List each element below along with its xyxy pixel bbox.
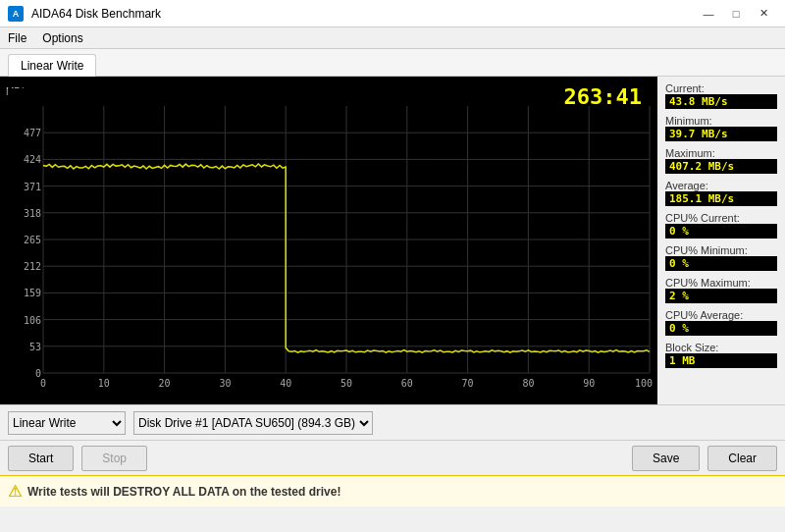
- app-icon: A: [8, 6, 24, 22]
- stat-cpu-average-label: CPU% Average:: [665, 309, 777, 321]
- stat-minimum-value: 39.7 MB/s: [665, 127, 777, 141]
- stat-cpu-minimum-label: CPU% Minimum:: [665, 244, 777, 256]
- stat-cpu-current-value: 0 %: [665, 224, 777, 239]
- stats-panel: Current: 43.8 MB/s Minimum: 39.7 MB/s Ma…: [657, 77, 785, 404]
- warning-text: Write tests will DESTROY ALL DATA on the…: [27, 485, 340, 499]
- drive-dropdown[interactable]: Disk Drive #1 [ADATA SU650] (894.3 GB): [133, 411, 373, 435]
- stat-current-value: 43.8 MB/s: [665, 94, 777, 109]
- clear-button[interactable]: Clear: [707, 446, 777, 471]
- stat-current: Current: 43.8 MB/s: [665, 82, 777, 109]
- stat-cpu-maximum-value: 2 %: [665, 289, 777, 303]
- stat-maximum: Maximum: 407.2 MB/s: [665, 147, 777, 174]
- window-controls: — □ ✕: [695, 4, 777, 24]
- tab-bar: Linear Write: [0, 49, 785, 77]
- stat-cpu-average-value: 0 %: [665, 321, 777, 336]
- stop-button[interactable]: Stop: [81, 446, 147, 471]
- stat-average-value: 185.1 MB/s: [665, 191, 777, 206]
- save-button[interactable]: Save: [632, 446, 700, 471]
- stat-cpu-maximum: CPU% Maximum: 2 %: [665, 277, 777, 303]
- stat-minimum: Minimum: 39.7 MB/s: [665, 115, 777, 141]
- test-dropdown[interactable]: Linear Write Linear Read Random Read Ran…: [8, 411, 126, 435]
- stat-cpu-maximum-label: CPU% Maximum:: [665, 277, 777, 289]
- start-button[interactable]: Start: [8, 446, 74, 471]
- stat-current-label: Current:: [665, 82, 777, 94]
- stat-cpu-minimum: CPU% Minimum: 0 %: [665, 244, 777, 271]
- stat-cpu-current-label: CPU% Current:: [665, 212, 777, 224]
- stat-block-size: Block Size: 1 MB: [665, 342, 777, 368]
- controls-bar: Linear Write Linear Read Random Read Ran…: [0, 404, 785, 440]
- title-bar: A AIDA64 Disk Benchmark — □ ✕: [0, 0, 785, 27]
- stat-cpu-current: CPU% Current: 0 %: [665, 212, 777, 239]
- stat-maximum-value: 407.2 MB/s: [665, 159, 777, 174]
- minimize-button[interactable]: —: [695, 4, 722, 24]
- stat-block-size-label: Block Size:: [665, 342, 777, 353]
- stat-block-size-value: 1 MB: [665, 353, 777, 368]
- chart-area: 263:41 MB/s: [0, 77, 657, 404]
- menu-options[interactable]: Options: [34, 27, 90, 48]
- buttons-bar: Start Stop Save Clear: [0, 440, 785, 475]
- menu-file[interactable]: File: [0, 27, 34, 48]
- stat-cpu-minimum-value: 0 %: [665, 256, 777, 271]
- stat-average: Average: 185.1 MB/s: [665, 180, 777, 206]
- title-bar-left: A AIDA64 Disk Benchmark: [8, 6, 161, 22]
- maximize-button[interactable]: □: [722, 4, 750, 24]
- chart-canvas-container: [8, 88, 654, 397]
- main-area: 263:41 MB/s Current: 43.8 MB/s Minimum: …: [0, 77, 785, 404]
- close-button[interactable]: ✕: [750, 4, 777, 24]
- app-title: AIDA64 Disk Benchmark: [31, 7, 161, 21]
- chart-timer: 263:41: [564, 84, 642, 109]
- chart-canvas: [8, 88, 654, 397]
- menu-bar: File Options: [0, 27, 785, 49]
- warning-bar: ⚠ Write tests will DESTROY ALL DATA on t…: [0, 475, 785, 506]
- stat-minimum-label: Minimum:: [665, 115, 777, 127]
- stat-cpu-average: CPU% Average: 0 %: [665, 309, 777, 336]
- stat-maximum-label: Maximum:: [665, 147, 777, 159]
- stat-average-label: Average:: [665, 180, 777, 191]
- warning-icon: ⚠: [8, 482, 22, 501]
- tab-linear-write[interactable]: Linear Write: [8, 54, 96, 77]
